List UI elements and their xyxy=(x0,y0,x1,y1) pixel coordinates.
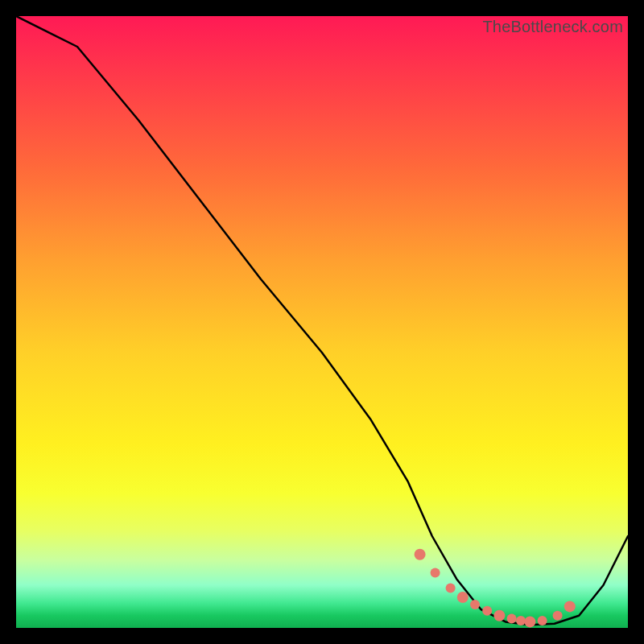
marker-dot xyxy=(415,549,426,560)
marker-dot xyxy=(457,592,469,603)
marker-dot xyxy=(482,606,492,616)
marker-dot xyxy=(516,616,526,625)
marker-dot xyxy=(524,616,535,627)
marker-dot xyxy=(446,584,456,593)
chart-frame: TheBottleneck.com xyxy=(0,0,644,644)
marker-dot xyxy=(538,616,547,625)
highlight-dots xyxy=(415,549,576,628)
curve-layer xyxy=(16,16,628,628)
marker-dot xyxy=(493,610,505,621)
marker-dot xyxy=(507,614,517,624)
marker-dot xyxy=(431,568,440,578)
marker-dot xyxy=(553,611,563,621)
bottleneck-curve xyxy=(16,16,628,625)
marker-dot xyxy=(564,601,576,612)
marker-dot xyxy=(470,600,480,609)
plot-area: TheBottleneck.com xyxy=(16,16,628,628)
